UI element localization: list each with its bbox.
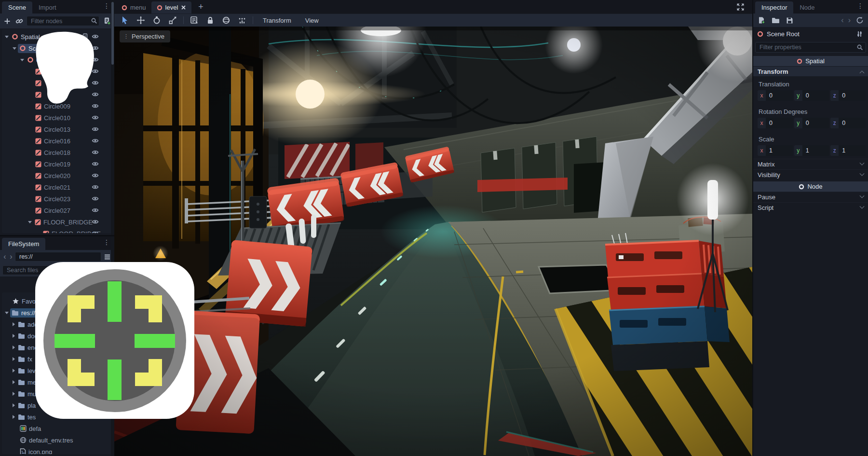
visibility-eye-icon[interactable]: [92, 195, 99, 202]
property-row-visibility[interactable]: Visibility: [753, 169, 868, 180]
filesystem-tree-row[interactable]: pla: [2, 400, 112, 411]
close-tab-icon[interactable]: [181, 5, 186, 10]
new-scene-tab-button[interactable]: +: [195, 2, 206, 12]
scene-tree-row[interactable]: Circle018: [2, 147, 112, 158]
visibility-eye-icon[interactable]: [92, 91, 99, 98]
select-tool-icon[interactable]: [120, 15, 130, 26]
visibility-eye-icon[interactable]: [92, 33, 99, 40]
scale-y-field[interactable]: y1: [794, 145, 829, 156]
scene-tree-row[interactable]: [2, 77, 112, 89]
scene-tree-row[interactable]: Circle020: [2, 170, 112, 181]
scene-tree-row[interactable]: Spatial: [2, 31, 112, 42]
tab-inspector[interactable]: Inspector: [755, 1, 793, 14]
visibility-eye-icon[interactable]: [92, 114, 99, 121]
translation-z-field[interactable]: z0: [830, 90, 866, 101]
expand-arrow-icon[interactable]: [13, 47, 16, 50]
rotation-degrees-z-field[interactable]: z0: [830, 118, 866, 128]
visibility-eye-icon[interactable]: [92, 68, 99, 75]
filesystem-tree-row[interactable]: fx: [2, 353, 112, 365]
view-menu[interactable]: View: [301, 17, 323, 24]
filesystem-tree-row[interactable]: tes: [2, 411, 112, 423]
expand-arrow-icon[interactable]: [13, 369, 15, 373]
scene-tree-row[interactable]: FLOOR_BRIDGE: [2, 228, 112, 233]
visibility-eye-icon[interactable]: [92, 56, 99, 63]
filesystem-tree-row[interactable]: mu: [2, 388, 112, 400]
path-input[interactable]: [15, 252, 101, 262]
visibility-eye-icon[interactable]: [92, 44, 99, 52]
rotation-degrees-x-field[interactable]: x0: [758, 118, 793, 128]
scene-tab-menu[interactable]: menu: [116, 1, 151, 14]
expand-arrow-icon[interactable]: [13, 392, 15, 396]
visibility-eye-icon[interactable]: [92, 218, 99, 225]
expand-arrow-icon[interactable]: [13, 322, 15, 326]
save-icon[interactable]: [785, 16, 794, 25]
history-forward-icon[interactable]: ›: [9, 253, 14, 261]
expand-arrow-icon[interactable]: [13, 345, 15, 349]
scene-tree-row[interactable]: Circle010: [2, 112, 112, 124]
scene-tree-row[interactable]: Circle023: [2, 193, 112, 205]
history-back-icon[interactable]: ‹: [2, 253, 7, 261]
scene-root-row[interactable]: Scene Root: [753, 27, 868, 41]
filesystem-tree-row[interactable]: defa: [2, 423, 112, 434]
extra-tools-icon[interactable]: [855, 29, 864, 39]
filter-properties-input[interactable]: [755, 42, 866, 53]
scene-tree-row[interactable]: FLOOR_BRIDGE: [2, 216, 112, 228]
instance-scene-button[interactable]: [14, 16, 24, 26]
scene-tree-row[interactable]: Circle027: [2, 205, 112, 216]
expand-arrow-icon[interactable]: [13, 334, 15, 338]
expand-arrow-icon[interactable]: [5, 36, 9, 38]
property-row-matrix[interactable]: Matrix: [753, 159, 868, 169]
expand-arrow-icon[interactable]: [5, 312, 9, 314]
tab-node[interactable]: Node: [793, 1, 821, 14]
translation-x-field[interactable]: x0: [758, 90, 793, 101]
scene-tree-row[interactable]: 00: [2, 54, 112, 66]
scene-tree-scrollbar[interactable]: [111, 0, 114, 235]
list-select-icon[interactable]: [189, 15, 200, 26]
dock-menu-icon[interactable]: ⋮: [857, 2, 864, 9]
visibility-eye-icon[interactable]: [92, 79, 99, 86]
expand-arrow-icon[interactable]: [13, 380, 15, 384]
distraction-free-icon[interactable]: [736, 3, 745, 11]
move-tool-icon[interactable]: [136, 15, 146, 26]
expand-arrow-icon[interactable]: [13, 403, 15, 407]
group-icon[interactable]: [221, 15, 231, 26]
scene-tree-row[interactable]: [2, 66, 112, 77]
rotate-tool-icon[interactable]: [151, 15, 162, 26]
dock-menu-icon[interactable]: ⋮: [103, 239, 110, 246]
filesystem-tree-row[interactable]: icon.png: [2, 446, 112, 454]
tab-filesystem[interactable]: FileSystem: [2, 238, 45, 250]
snap-icon[interactable]: [237, 15, 247, 26]
viewport-3d[interactable]: ⋮ Perspective: [114, 27, 752, 456]
scene-tree-row[interactable]: [2, 89, 112, 100]
expand-arrow-icon[interactable]: [13, 415, 15, 419]
visibility-eye-icon[interactable]: [92, 172, 99, 179]
property-row-pause[interactable]: Pause: [753, 192, 868, 202]
property-row-script[interactable]: Script: [753, 202, 868, 213]
filesystem-tree-row[interactable]: add: [2, 318, 112, 330]
expand-arrow-icon[interactable]: [20, 59, 24, 61]
add-node-button[interactable]: [2, 16, 12, 26]
history-forward-icon[interactable]: ›: [848, 16, 851, 24]
scene-tree-row[interactable]: Circle021: [2, 181, 112, 193]
scale-x-field[interactable]: x1: [758, 145, 793, 156]
visibility-eye-icon[interactable]: [92, 149, 99, 156]
scene-tab-level[interactable]: level: [151, 1, 192, 14]
script-icon[interactable]: [82, 33, 88, 40]
filesystem-tree-row[interactable]: res://: [2, 307, 112, 318]
lock-icon[interactable]: [205, 15, 216, 26]
scale-tool-icon[interactable]: [167, 15, 178, 26]
scene-tree-row[interactable]: Circle009: [2, 100, 112, 112]
transform-menu[interactable]: Transform: [258, 17, 296, 24]
search-files-input[interactable]: [2, 265, 112, 275]
new-resource-icon[interactable]: [757, 15, 766, 25]
visibility-eye-icon[interactable]: [92, 160, 99, 167]
scene-tree-row[interactable]: Circle016: [2, 135, 112, 147]
filesystem-tree-row[interactable]: lev: [2, 365, 112, 376]
visibility-eye-icon[interactable]: [92, 137, 99, 144]
filesystem-tree-row[interactable]: me: [2, 376, 112, 388]
scene-tree-row[interactable]: Circle019: [2, 158, 112, 170]
filter-nodes-input[interactable]: [27, 16, 99, 26]
filesystem-tree-row[interactable]: ene: [2, 342, 112, 353]
expand-arrow-icon[interactable]: [28, 221, 32, 223]
rotation-degrees-y-field[interactable]: y0: [794, 118, 829, 128]
